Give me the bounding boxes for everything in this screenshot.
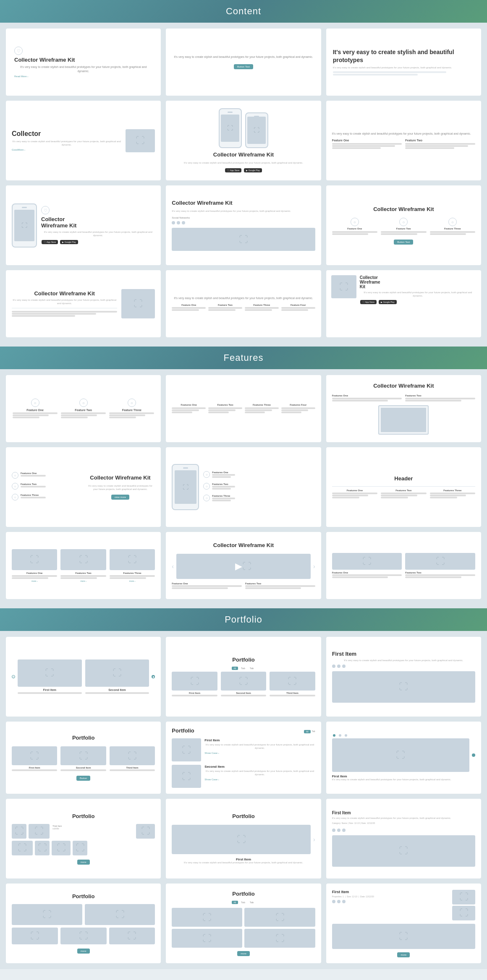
card-1-link[interactable]: Read More › bbox=[14, 75, 28, 78]
f3-features: Features One Features Two bbox=[332, 394, 475, 402]
feat4-col-4: Feature Four bbox=[281, 304, 315, 311]
f8-feat-1-title: Features One bbox=[172, 582, 242, 585]
p5-item-1-link[interactable]: Show Case › bbox=[204, 752, 315, 754]
p3-instagram[interactable] bbox=[342, 665, 346, 668]
p9-facebook[interactable] bbox=[337, 829, 340, 832]
card-9-btn[interactable]: Button Text bbox=[394, 240, 413, 245]
card-12-subtitle: It's very easy to create stylish and bea… bbox=[360, 291, 476, 298]
appstore-btn-2[interactable]: ⬛ App Store bbox=[42, 240, 58, 244]
appstore-btn[interactable]: ⬛ App Store bbox=[225, 168, 241, 172]
p2-tab-2[interactable]: Tab bbox=[239, 667, 247, 670]
p2-tab-active[interactable]: All bbox=[232, 667, 238, 670]
f9-feat-1-img bbox=[332, 553, 402, 570]
section-content: Content ♡ Collector Wireframe Kit It's v… bbox=[0, 0, 487, 343]
content-card-9: Collector Wireframe Kit ○ Feature One ○ … bbox=[326, 185, 481, 265]
p6-dot-3[interactable] bbox=[345, 734, 347, 737]
p6-right-dot[interactable] bbox=[472, 753, 475, 757]
p11-tab-1[interactable]: All bbox=[232, 901, 238, 904]
p12-twitter[interactable] bbox=[332, 900, 335, 903]
p9-subtitle: It's very easy to create stylish and bea… bbox=[332, 817, 451, 820]
p12-title: First Item bbox=[332, 890, 452, 894]
features-card-6: Header Features One Features Two Feature… bbox=[326, 447, 481, 527]
p8-item-title: First Item bbox=[236, 858, 251, 861]
f4-feat-1: ○ Features One bbox=[12, 472, 81, 480]
twitter-icon[interactable] bbox=[172, 221, 175, 224]
content-card-7: ⛶ ♡ CollectorWireframe Kit It's very eas… bbox=[6, 185, 161, 265]
p1-right-dot[interactable]: ● bbox=[152, 675, 155, 678]
feat-col-2: ○ Feature Two bbox=[381, 218, 426, 235]
p11-btn[interactable]: more bbox=[237, 951, 250, 956]
carousel-left-arrow[interactable]: ‹ bbox=[172, 563, 174, 570]
facebook-icon[interactable] bbox=[177, 221, 180, 224]
features-card-8: Collector Wireframe Kit ‹ ▶ › Features O… bbox=[166, 532, 321, 599]
f9-feat-2-title: Features Two bbox=[405, 571, 475, 574]
p5-tab-2[interactable]: Tab bbox=[312, 730, 315, 733]
spacer-1 bbox=[0, 343, 487, 347]
p8-arrow[interactable]: › bbox=[313, 836, 315, 843]
p5-tab-1[interactable]: All bbox=[304, 730, 311, 733]
card-4-link[interactable]: GoodMore › bbox=[12, 149, 121, 151]
p9-instagram[interactable] bbox=[342, 829, 346, 832]
p12-instagram[interactable] bbox=[342, 900, 346, 903]
p12-facebook[interactable] bbox=[337, 900, 340, 903]
p4-img-2 bbox=[60, 746, 106, 765]
p6-dot-2[interactable] bbox=[339, 734, 341, 737]
p5-row-1: First Item It's very easy to create styl… bbox=[172, 738, 315, 761]
content-card-12: CollectorWireframeKit It's very easy to … bbox=[326, 270, 481, 337]
f6-feat-1-title: Features One bbox=[332, 489, 377, 492]
f7-link-1[interactable]: more › bbox=[12, 580, 57, 582]
spacer-2 bbox=[0, 605, 487, 608]
p9-twitter[interactable] bbox=[332, 829, 335, 832]
carousel-right-arrow[interactable]: › bbox=[313, 563, 315, 570]
f9-feat-2-img bbox=[405, 553, 475, 570]
card-11-subtitle: It's very easy to create stylish and bea… bbox=[174, 296, 313, 300]
f4-btn[interactable]: view more bbox=[111, 495, 129, 500]
f5-feat-3-icon: ○ bbox=[203, 495, 210, 501]
card-2-btn[interactable]: Button Text bbox=[234, 64, 253, 69]
appstore-btn-3[interactable]: ⬛ App Store bbox=[360, 300, 377, 304]
feat-3-icon: ○ bbox=[448, 218, 457, 226]
features-card-4: ○ Features One ○ Features Two ○ bbox=[6, 447, 161, 527]
googleplay-btn-2[interactable]: ▶ Google Play bbox=[60, 240, 78, 244]
p11-tab-2[interactable]: Tab bbox=[239, 901, 247, 904]
p7-img-5 bbox=[35, 841, 50, 855]
p3-twitter[interactable] bbox=[332, 665, 335, 668]
f9-features: Features One Features Two bbox=[332, 553, 475, 579]
f2-feat-2: Features Two bbox=[208, 404, 242, 414]
p1-title-2: Second Item bbox=[85, 688, 149, 691]
p7-title: Portfolio bbox=[72, 813, 94, 819]
card-9-features: ○ Feature One ○ Feature Two ○ Feature Th… bbox=[332, 218, 475, 235]
p5-img-2 bbox=[172, 765, 201, 788]
content-card-3: It's very easy to create stylish and bea… bbox=[326, 29, 481, 96]
p2-img-1 bbox=[172, 672, 217, 691]
p5-item-2-link[interactable]: Show Case › bbox=[204, 778, 315, 781]
p10-btn[interactable]: more bbox=[77, 949, 90, 954]
p11-tab-3[interactable]: Tab bbox=[248, 901, 256, 904]
card-12-title: CollectorWireframeKit bbox=[360, 275, 476, 289]
p7-btn[interactable]: more bbox=[77, 860, 90, 865]
p6-dot-1[interactable] bbox=[333, 734, 335, 737]
features-card-5: ⛶ ○ Features One ○ Features Two bbox=[166, 447, 321, 527]
p3-facebook[interactable] bbox=[337, 665, 340, 668]
p2-tab-3[interactable]: Tab bbox=[248, 667, 256, 670]
p1-left-dot[interactable]: ○ bbox=[12, 675, 15, 678]
p4-btn[interactable]: Button bbox=[76, 776, 90, 781]
googleplay-btn-3[interactable]: ▶ Google Play bbox=[379, 300, 397, 304]
content-card-8: Collector Wireframe Kit It's very easy t… bbox=[166, 185, 321, 265]
section-portfolio-label: Portfolio bbox=[225, 614, 262, 625]
p11-tabs: All Tab Tab bbox=[232, 901, 256, 904]
f7-link-3[interactable]: more › bbox=[110, 580, 155, 582]
p10-row-1 bbox=[12, 904, 155, 925]
p11-img-3 bbox=[172, 929, 242, 948]
f4-text: Collector Wireframe Kit It's very easy t… bbox=[86, 474, 155, 500]
p2-tabs: All Tab Tab bbox=[232, 667, 256, 670]
card-8-title: Collector Wireframe Kit bbox=[172, 200, 232, 206]
googleplay-btn[interactable]: ▶ Google Play bbox=[244, 168, 262, 172]
instagram-icon[interactable] bbox=[182, 221, 185, 224]
feat-1-icon: ○ bbox=[351, 218, 359, 226]
f5-phone: ⛶ bbox=[172, 464, 199, 510]
portfolio-card-1: ○ First Item Second Item ● bbox=[6, 637, 161, 717]
f7-link-2[interactable]: more › bbox=[60, 580, 106, 582]
p12-btn[interactable]: more bbox=[397, 952, 410, 957]
p6-carousel-img bbox=[332, 738, 469, 772]
